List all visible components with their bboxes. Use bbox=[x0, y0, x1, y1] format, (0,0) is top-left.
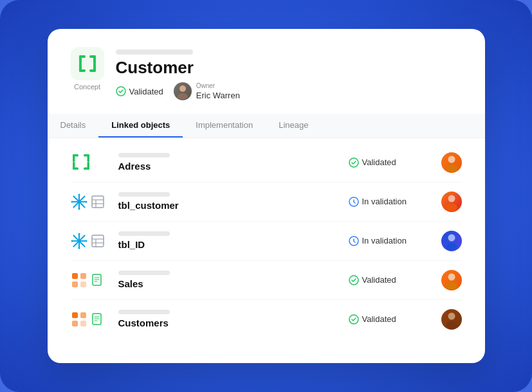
item-text-customers: Customers bbox=[118, 310, 340, 328]
snowflake-icon bbox=[71, 193, 87, 210]
svg-rect-65 bbox=[72, 321, 78, 326]
svg-point-35 bbox=[448, 195, 455, 202]
svg-point-41 bbox=[78, 233, 80, 235]
svg-rect-30 bbox=[92, 196, 104, 208]
grid-orange-icon bbox=[71, 272, 87, 289]
item-icons-sales bbox=[71, 272, 109, 289]
entity-name-skeleton bbox=[116, 49, 193, 55]
svg-point-29 bbox=[85, 200, 87, 202]
list-item[interactable]: tbl_customer In validation bbox=[71, 183, 462, 222]
svg-point-27 bbox=[78, 208, 80, 209]
entity-name: Customer bbox=[116, 58, 462, 77]
tabs-bar: Details Linked objects Implementation Li… bbox=[48, 114, 485, 138]
svg-rect-14 bbox=[87, 154, 89, 162]
tab-linked-objects[interactable]: Linked objects bbox=[98, 114, 183, 138]
item-text-tbl-customer: tbl_customer bbox=[118, 192, 340, 211]
list-item[interactable]: Customers Validated bbox=[71, 300, 462, 339]
item-name: tbl_customer bbox=[118, 200, 340, 211]
concept-bracket-icon bbox=[71, 152, 91, 173]
status-validated-icon bbox=[349, 314, 359, 325]
item-text-adress: Adress bbox=[118, 153, 340, 172]
svg-point-61 bbox=[448, 273, 455, 280]
svg-point-10 bbox=[178, 93, 188, 100]
svg-point-51 bbox=[446, 243, 457, 251]
status-text: Validated bbox=[362, 275, 396, 285]
item-icons-customers bbox=[71, 311, 109, 328]
owner-label: Owner bbox=[196, 82, 240, 89]
svg-rect-18 bbox=[84, 167, 89, 170]
avatar-face bbox=[441, 270, 462, 290]
status-in-validation-icon bbox=[349, 236, 359, 246]
status-text: In validation bbox=[362, 197, 407, 206]
item-skeleton bbox=[118, 192, 170, 197]
item-icons-tbl-id bbox=[71, 233, 109, 249]
status-text: Validated bbox=[362, 314, 396, 324]
svg-rect-7 bbox=[89, 69, 96, 72]
avatar-face bbox=[441, 152, 462, 173]
svg-rect-12 bbox=[73, 154, 75, 162]
tab-details[interactable]: Details bbox=[48, 114, 99, 138]
table-icon bbox=[91, 195, 104, 208]
svg-rect-64 bbox=[80, 312, 86, 318]
grid-orange-icon bbox=[71, 311, 87, 328]
main-card: Concept Customer Validated bbox=[48, 29, 485, 363]
concept-label: Concept bbox=[74, 83, 100, 91]
svg-rect-54 bbox=[72, 281, 78, 287]
item-status-adress: Validated bbox=[349, 157, 432, 168]
svg-point-28 bbox=[71, 200, 73, 202]
list-item[interactable]: tbl_ID In validation bbox=[71, 222, 462, 261]
svg-point-62 bbox=[446, 282, 457, 290]
owner-info: Owner Eric Warren bbox=[196, 82, 240, 101]
list-item[interactable]: Adress Validated bbox=[71, 143, 462, 183]
item-name: Adress bbox=[118, 161, 340, 172]
owner-avatar bbox=[174, 82, 192, 100]
item-skeleton bbox=[118, 231, 170, 236]
svg-rect-66 bbox=[80, 321, 86, 326]
linked-objects-list: Adress Validated bbox=[48, 138, 485, 352]
item-name: Customers bbox=[118, 317, 340, 328]
snowflake-icon bbox=[71, 233, 87, 249]
svg-point-50 bbox=[448, 234, 455, 241]
doc-green-icon bbox=[91, 313, 104, 326]
tab-lineage[interactable]: Lineage bbox=[266, 114, 321, 138]
entity-info: Customer Validated bbox=[116, 47, 462, 101]
validated-check-icon bbox=[116, 86, 126, 96]
svg-rect-53 bbox=[80, 273, 86, 279]
item-status-tbl-customer: In validation bbox=[349, 197, 432, 207]
concept-icon bbox=[71, 47, 104, 80]
svg-point-21 bbox=[446, 165, 457, 172]
doc-green-icon bbox=[91, 274, 104, 287]
item-status-sales: Validated bbox=[349, 275, 432, 285]
svg-rect-5 bbox=[79, 69, 86, 72]
svg-rect-3 bbox=[93, 55, 96, 64]
list-item[interactable]: Sales Validated bbox=[71, 261, 462, 300]
item-icons-adress bbox=[71, 152, 109, 173]
item-avatar-adress bbox=[441, 152, 462, 173]
svg-rect-55 bbox=[80, 281, 86, 287]
avatar-face bbox=[441, 192, 462, 212]
owner-avatar-face bbox=[174, 82, 192, 100]
item-avatar-customers bbox=[441, 309, 462, 330]
item-skeleton bbox=[118, 271, 170, 275]
card-header: Concept Customer Validated bbox=[48, 29, 485, 101]
validated-text: Validated bbox=[129, 87, 163, 96]
status-in-validation-icon bbox=[349, 197, 359, 207]
avatar-face bbox=[441, 309, 462, 330]
table-icon bbox=[91, 235, 104, 247]
status-validated-icon bbox=[349, 275, 359, 285]
status-text: In validation bbox=[362, 236, 407, 245]
owner-section: Owner Eric Warren bbox=[174, 82, 240, 101]
item-name: tbl_ID bbox=[118, 239, 340, 250]
svg-point-36 bbox=[446, 204, 457, 211]
svg-rect-63 bbox=[72, 312, 78, 318]
svg-point-42 bbox=[78, 247, 80, 249]
owner-name: Eric Warren bbox=[196, 91, 240, 100]
item-skeleton bbox=[118, 153, 170, 157]
item-icons-tbl-customer bbox=[71, 193, 109, 210]
concept-icon-wrap: Concept bbox=[71, 47, 104, 91]
entity-meta: Validated bbox=[116, 82, 462, 101]
validated-badge: Validated bbox=[116, 86, 163, 96]
svg-rect-1 bbox=[79, 55, 82, 64]
tab-implementation[interactable]: Implementation bbox=[183, 114, 266, 138]
status-validated-icon bbox=[349, 157, 359, 168]
